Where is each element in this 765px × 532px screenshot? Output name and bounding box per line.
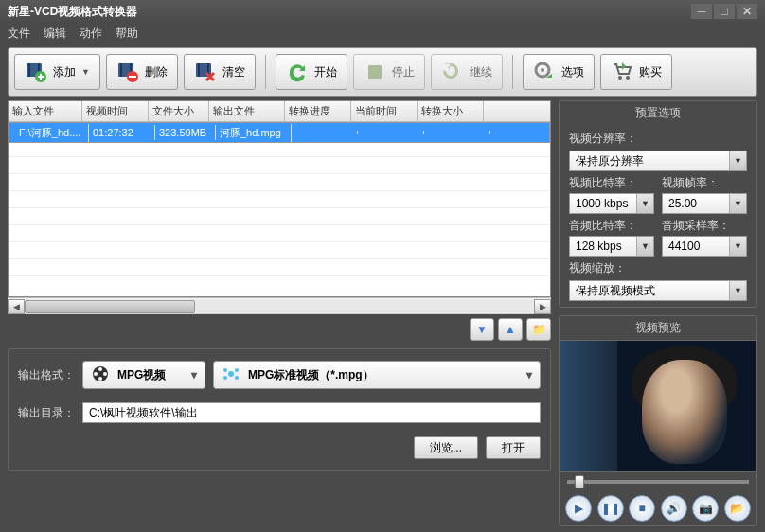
preview-title: 视频预览	[560, 316, 756, 340]
chevron-down-icon: ▼	[81, 67, 90, 77]
scale-label: 视频缩放：	[569, 260, 747, 276]
slider-thumb[interactable]	[575, 475, 584, 488]
th-convsize[interactable]: 转换大小	[418, 101, 484, 121]
browse-button[interactable]: 浏览...	[414, 436, 478, 459]
maximize-button[interactable]: □	[714, 4, 735, 19]
move-up-button[interactable]: ▲	[498, 318, 523, 341]
chevron-down-icon: ▼	[729, 237, 746, 256]
titlebar: 新星-VCD视频格式转换器 ─ □ ✕	[0, 0, 765, 23]
svg-point-14	[541, 68, 544, 72]
start-button[interactable]: 开始	[276, 54, 347, 90]
svg-point-15	[618, 76, 622, 80]
svg-rect-5	[120, 63, 122, 77]
clear-button[interactable]: 清空	[184, 54, 256, 90]
scroll-left-icon[interactable]: ◀	[8, 299, 25, 314]
table-row[interactable]: F:\河豚_hd.... 01:27:32 323.59MB 河豚_hd.mpg	[9, 122, 550, 143]
preset-panel: 预置选项 视频分辨率： 保持原分辨率▼ 视频比特率： 1000 kbps▼ 视频…	[559, 100, 757, 308]
vbitrate-label: 视频比特率：	[569, 175, 654, 191]
svg-point-23	[223, 368, 227, 372]
svg-rect-10	[198, 63, 200, 77]
chevron-down-icon: ▼	[729, 281, 746, 300]
abitrate-label: 音频比特率：	[569, 218, 654, 234]
svg-point-21	[94, 372, 98, 376]
svg-point-18	[98, 367, 102, 371]
menu-action[interactable]: 动作	[80, 26, 102, 42]
arate-select[interactable]: 44100▼	[662, 236, 747, 257]
th-curtime[interactable]: 当前时间	[351, 101, 418, 121]
th-input[interactable]: 输入文件	[9, 101, 82, 121]
chevron-down-icon: ▼	[729, 194, 746, 213]
scroll-thumb[interactable]	[25, 300, 195, 313]
refresh-start-icon	[286, 61, 309, 83]
resume-icon	[441, 61, 464, 83]
output-profile-select[interactable]: MPG标准视频（*.mpg） ▾	[213, 361, 541, 389]
stop-icon: ■	[639, 502, 646, 515]
toolbar: 添加▼ 删除 清空 开始 停止 继续 选项 购买	[8, 47, 757, 97]
menu-edit[interactable]: 编辑	[44, 26, 66, 42]
th-size[interactable]: 文件大小	[149, 101, 209, 121]
th-duration[interactable]: 视频时间	[82, 101, 149, 121]
add-button[interactable]: 添加▼	[14, 54, 100, 90]
pause-icon: ❚❚	[601, 502, 620, 515]
resume-button[interactable]: 继续	[431, 54, 503, 90]
pause-button[interactable]: ❚❚	[597, 495, 624, 522]
stop-button[interactable]: 停止	[353, 54, 425, 90]
output-format-label: 输出格式：	[18, 367, 75, 383]
vbitrate-select[interactable]: 1000 kbps▼	[569, 193, 654, 214]
output-dir-label: 输出目录：	[18, 405, 75, 421]
th-progress[interactable]: 转换进度	[285, 101, 351, 121]
options-button[interactable]: 选项	[523, 54, 595, 90]
volume-button[interactable]: 🔊	[661, 495, 687, 522]
minimize-button[interactable]: ─	[691, 4, 712, 19]
svg-point-25	[223, 376, 227, 380]
play-icon: ▶	[575, 502, 583, 515]
output-dir-input[interactable]	[82, 402, 541, 423]
output-panel: 输出格式： MPG视频 ▾ MPG标准视频（*.mpg） ▾ 输出目录： 浏览.…	[8, 348, 551, 471]
buy-button[interactable]: 购买	[600, 54, 672, 90]
stop-preview-button[interactable]: ■	[629, 495, 655, 522]
preset-title: 预置选项	[560, 101, 756, 125]
seek-slider[interactable]	[560, 472, 756, 491]
move-down-button[interactable]: ▼	[470, 318, 494, 341]
play-button[interactable]: ▶	[565, 495, 592, 522]
chevron-down-icon: ▼	[636, 237, 653, 256]
chevron-down-icon: ▾	[191, 368, 197, 381]
film-reel-icon	[91, 364, 110, 386]
folder-button[interactable]: 📁	[526, 318, 551, 341]
open-folder-button[interactable]: 📂	[724, 495, 751, 522]
folder-open-icon: 📂	[730, 502, 744, 515]
camera-icon: 📷	[699, 502, 713, 515]
open-button[interactable]: 打开	[486, 436, 541, 459]
menu-file[interactable]: 文件	[8, 26, 30, 42]
delete-button[interactable]: 删除	[106, 54, 178, 90]
menu-help[interactable]: 帮助	[116, 26, 138, 42]
resolution-label: 视频分辨率：	[569, 131, 747, 147]
chevron-down-icon: ▾	[526, 368, 532, 381]
sparkle-icon	[222, 364, 240, 386]
arrow-down-icon: ▼	[476, 323, 488, 336]
svg-point-20	[98, 377, 102, 381]
chevron-down-icon: ▼	[729, 151, 746, 170]
arate-label: 音频采样率：	[662, 218, 747, 234]
snapshot-button[interactable]: 📷	[692, 495, 719, 522]
svg-point-26	[235, 376, 239, 380]
stop-icon	[364, 61, 386, 83]
table-header: 输入文件 视频时间 文件大小 输出文件 转换进度 当前时间 转换大小	[9, 101, 550, 122]
scroll-right-icon[interactable]: ▶	[534, 299, 551, 314]
close-button[interactable]: ✕	[737, 4, 757, 19]
abitrate-select[interactable]: 128 kbps▼	[569, 236, 654, 257]
scale-select[interactable]: 保持原视频模式▼	[569, 280, 747, 301]
horizontal-scrollbar[interactable]: ◀ ▶	[8, 297, 551, 314]
output-format-select[interactable]: MPG视频 ▾	[82, 361, 205, 389]
menubar: 文件 编辑 动作 帮助	[0, 23, 765, 44]
preview-video	[560, 340, 756, 472]
svg-rect-8	[129, 76, 136, 78]
resolution-select[interactable]: 保持原分辨率▼	[569, 151, 747, 171]
cart-icon	[611, 61, 633, 83]
file-table: 输入文件 视频时间 文件大小 输出文件 转换进度 当前时间 转换大小 F:\河豚…	[8, 100, 551, 297]
svg-point-16	[626, 76, 630, 80]
th-output[interactable]: 输出文件	[209, 101, 285, 121]
preview-panel: 视频预览 ▶ ❚❚ ■ 🔊 📷 📂	[559, 315, 757, 526]
app-title: 新星-VCD视频格式转换器	[8, 4, 137, 20]
fps-select[interactable]: 25.00▼	[662, 193, 747, 214]
